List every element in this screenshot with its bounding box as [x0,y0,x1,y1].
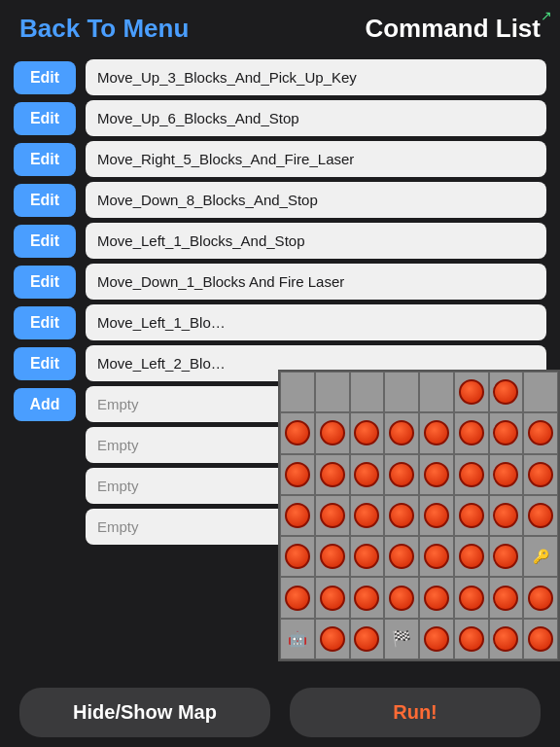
map-cell [280,495,315,536]
map-cell [315,454,350,495]
map-cell [523,372,558,412]
command-label: Move_Up_6_Blocks_And_Stop [86,100,546,136]
map-cell [489,454,524,495]
map-cell [315,577,350,618]
command-label: Move_Right_5_Blocks_And_Fire_Laser [86,141,546,177]
command-label: Move_Down_1_Blocks And Fire Laser [86,264,546,300]
command-label: Move_Left_1_Blocks_And_Stop [86,223,546,259]
map-cell [523,454,558,495]
edit-button[interactable]: Edit [14,225,76,258]
command-label: Move_Up_3_Blocks_And_Pick_Up_Key [86,59,546,95]
command-label: Move_Down_8_Blocks_And_Stop [86,182,546,218]
command-row: EditMove_Left_1_Blocks_And_Stop [14,223,546,259]
map-cell [454,536,489,577]
map-cell [523,577,558,618]
map-cell [454,577,489,618]
map-cell [350,412,385,453]
map-cell [419,577,454,618]
edit-button[interactable]: Edit [14,143,76,176]
edit-button[interactable]: Edit [14,306,76,339]
map-cell [315,495,350,536]
bottom-bar: Hide/Show Map Run! [0,677,560,747]
map-cell [280,412,315,453]
map-cell: 🔑 [523,536,558,577]
run-button[interactable]: Run! [290,688,541,737]
map-cell [489,536,524,577]
edit-button[interactable]: Edit [14,184,76,217]
map-overlay: 🔑🤖🏁 [278,370,560,661]
map-cell [419,454,454,495]
command-row: EditMove_Up_6_Blocks_And_Stop [14,100,546,136]
map-cell [489,619,524,659]
map-cell [419,619,454,659]
command-row: EditMove_Left_1_Blo… [14,304,546,340]
map-cell [489,412,524,453]
map-cell [280,372,315,412]
map-cell [419,495,454,536]
map-cell [454,372,489,412]
map-cell [350,577,385,618]
map-cell: 🤖 [280,619,315,659]
command-row: EditMove_Down_1_Blocks And Fire Laser [14,264,546,300]
map-cell [384,412,419,453]
map-cell [350,495,385,536]
map-cell [350,536,385,577]
map-cell [350,372,385,412]
command-row: EditMove_Down_8_Blocks_And_Stop [14,182,546,218]
map-cell [523,495,558,536]
map-cell [384,577,419,618]
map-cell [419,412,454,453]
edit-button[interactable]: Edit [14,347,76,380]
map-cell [489,577,524,618]
map-cell [454,619,489,659]
command-row: EditMove_Up_3_Blocks_And_Pick_Up_Key [14,59,546,95]
map-cell [384,454,419,495]
edit-button[interactable]: Edit [14,266,76,299]
expand-icon: ↗ [541,8,552,23]
map-cell: 🏁 [384,619,419,659]
map-cell [489,495,524,536]
map-cell [454,495,489,536]
map-cell [384,372,419,412]
map-cell [454,412,489,453]
command-label: Move_Left_1_Blo… [86,304,546,340]
edit-button[interactable]: Edit [14,102,76,135]
map-cell [523,619,558,659]
map-cell [280,454,315,495]
map-cell [454,454,489,495]
map-cell [523,412,558,453]
map-cell [489,372,524,412]
map-cell [384,536,419,577]
map-cell [315,619,350,659]
edit-button[interactable]: Edit [14,61,76,94]
map-cell [419,372,454,412]
map-cell [315,412,350,453]
hide-show-map-button[interactable]: Hide/Show Map [19,688,270,737]
map-cell [315,372,350,412]
map-cell [384,495,419,536]
back-button[interactable]: Back To Menu [19,14,189,44]
map-cell [315,536,350,577]
map-cell [419,536,454,577]
map-cell [350,619,385,659]
page-title: Command List [365,14,541,44]
map-cell [280,577,315,618]
map-cell [280,536,315,577]
add-button[interactable]: Add [14,388,76,421]
command-row: EditMove_Right_5_Blocks_And_Fire_Laser [14,141,546,177]
header: Back To Menu Command List [0,0,560,53]
map-cell [350,454,385,495]
